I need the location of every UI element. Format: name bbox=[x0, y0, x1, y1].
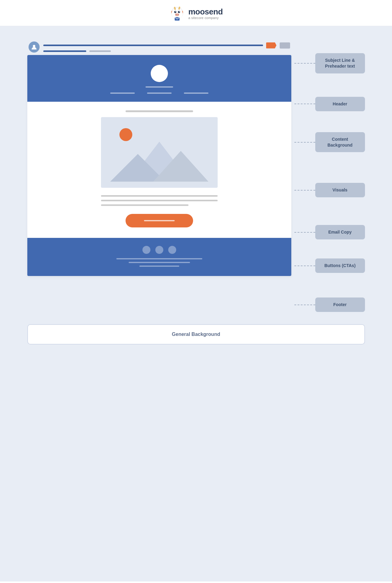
label-subject-line[interactable]: Subject Line &Preheader text bbox=[315, 53, 365, 73]
email-content-section bbox=[27, 102, 291, 238]
label-row-visuals: Visuals bbox=[294, 183, 365, 197]
label-header[interactable]: Header bbox=[315, 97, 365, 111]
footer-lines bbox=[37, 258, 282, 267]
right-labels-column: Subject Line &Preheader text Header Cont… bbox=[291, 41, 365, 312]
footer-line-2 bbox=[129, 262, 190, 263]
moosend-logo-icon bbox=[169, 6, 185, 22]
connector-footer bbox=[294, 305, 315, 305]
spacer-5 bbox=[294, 197, 365, 225]
svg-point-9 bbox=[179, 11, 180, 12]
label-row-header: Header bbox=[294, 97, 365, 111]
label-row-email-copy: Email Copy bbox=[294, 225, 365, 239]
social-icon-1 bbox=[142, 246, 150, 254]
diagram-wrapper: Subject Line &Preheader text Header Cont… bbox=[27, 41, 365, 312]
footer-line-3 bbox=[139, 266, 179, 267]
logo-area: moosend a sitecore company bbox=[169, 6, 223, 22]
nav-line-3 bbox=[184, 93, 208, 94]
spacer-4 bbox=[294, 152, 365, 183]
svg-point-8 bbox=[175, 11, 176, 12]
connector-email-copy bbox=[294, 232, 315, 233]
top-header: moosend a sitecore company bbox=[0, 0, 392, 26]
cta-button[interactable] bbox=[126, 214, 193, 227]
image-placeholder bbox=[101, 117, 218, 188]
image-mountains bbox=[101, 136, 218, 188]
social-icon-2 bbox=[155, 246, 163, 254]
text-lines bbox=[101, 195, 218, 206]
subject-bar-main bbox=[43, 42, 290, 49]
svg-point-16 bbox=[33, 45, 35, 47]
logo-sub: a sitecore company bbox=[188, 16, 223, 20]
preheader-row bbox=[27, 41, 291, 53]
text-line-3 bbox=[101, 204, 188, 206]
cta-label-line bbox=[144, 220, 175, 221]
sender-avatar bbox=[29, 41, 40, 53]
email-footer-section bbox=[27, 238, 291, 276]
spacer-2 bbox=[294, 73, 365, 97]
nav-line-1 bbox=[110, 93, 135, 94]
header-title-line bbox=[146, 86, 173, 88]
spacer-1 bbox=[294, 41, 365, 53]
svg-point-7 bbox=[178, 11, 180, 13]
label-row-footer: Footer bbox=[294, 297, 365, 312]
label-row-buttons: Buttons (CTAs) bbox=[294, 258, 365, 273]
image-sun bbox=[119, 128, 132, 141]
content-title-bar bbox=[126, 110, 193, 112]
email-body bbox=[27, 55, 291, 276]
nav-line-2 bbox=[147, 93, 172, 94]
connector-visuals bbox=[294, 190, 315, 191]
connector-subject bbox=[294, 63, 315, 64]
social-icon-3 bbox=[168, 246, 176, 254]
general-background-button[interactable]: General Background bbox=[27, 324, 365, 345]
connector-content-bg bbox=[294, 142, 315, 143]
connector-header bbox=[294, 104, 315, 104]
footer-line-1 bbox=[116, 258, 202, 259]
email-preview-section bbox=[27, 41, 291, 312]
label-footer[interactable]: Footer bbox=[315, 297, 365, 312]
label-row-subject: Subject Line &Preheader text bbox=[294, 53, 365, 73]
preheader-bar-short bbox=[43, 50, 86, 52]
person-icon bbox=[31, 44, 37, 50]
label-buttons-ctas[interactable]: Buttons (CTAs) bbox=[315, 258, 365, 273]
subject-bar-long bbox=[43, 45, 263, 46]
spacer-6 bbox=[294, 239, 365, 258]
preheader-bar-tiny bbox=[89, 50, 111, 52]
svg-point-12 bbox=[177, 14, 179, 15]
footer-social-icons bbox=[142, 246, 176, 254]
label-row-content-bg: ContentBackground bbox=[294, 132, 365, 152]
mountains-svg bbox=[110, 136, 208, 185]
main-area: Subject Line &Preheader text Header Cont… bbox=[0, 26, 392, 581]
logo-text: moosend a sitecore company bbox=[188, 7, 223, 20]
email-header-section bbox=[27, 55, 291, 102]
label-email-copy[interactable]: Email Copy bbox=[315, 225, 365, 239]
svg-point-11 bbox=[176, 14, 177, 15]
svg-point-6 bbox=[174, 11, 177, 13]
header-logo-circle bbox=[151, 65, 168, 82]
tag-gray bbox=[280, 42, 290, 49]
connector-buttons bbox=[294, 266, 315, 266]
preheader-bar-row bbox=[43, 50, 290, 52]
tag-orange bbox=[266, 42, 277, 49]
logo-name: moosend bbox=[188, 7, 223, 16]
text-line-2 bbox=[101, 200, 218, 201]
label-content-background[interactable]: ContentBackground bbox=[315, 132, 365, 152]
spacer-3 bbox=[294, 111, 365, 132]
spacer-7 bbox=[294, 273, 365, 297]
header-nav bbox=[110, 93, 208, 94]
text-line-1 bbox=[101, 195, 218, 197]
subject-lines bbox=[43, 42, 290, 52]
label-visuals[interactable]: Visuals bbox=[315, 183, 365, 197]
